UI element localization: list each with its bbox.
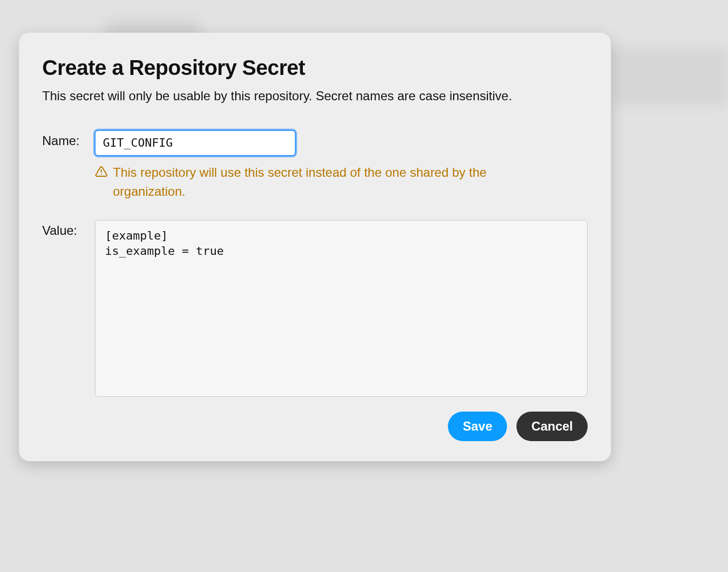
modal-actions: Save Cancel [42, 412, 588, 441]
value-label: Value: [42, 220, 95, 238]
warning-row: This repository will use this secret ins… [42, 163, 588, 201]
name-label: Name: [42, 130, 95, 148]
modal-subtitle: This secret will only be usable by this … [42, 87, 588, 105]
modal-title: Create a Repository Secret [42, 56, 588, 80]
secret-value-textarea[interactable] [95, 220, 588, 397]
value-row: Value: [42, 220, 588, 397]
create-secret-modal: Create a Repository Secret This secret w… [19, 33, 611, 461]
save-button[interactable]: Save [448, 412, 507, 441]
warning-message: This repository will use this secret ins… [95, 163, 530, 201]
name-row: Name: [42, 130, 588, 156]
secret-name-input[interactable] [95, 130, 295, 156]
warning-triangle-icon [95, 165, 108, 180]
cancel-button[interactable]: Cancel [516, 412, 588, 441]
backdrop-blur-element [612, 47, 728, 106]
warning-text: This repository will use this secret ins… [113, 163, 530, 201]
